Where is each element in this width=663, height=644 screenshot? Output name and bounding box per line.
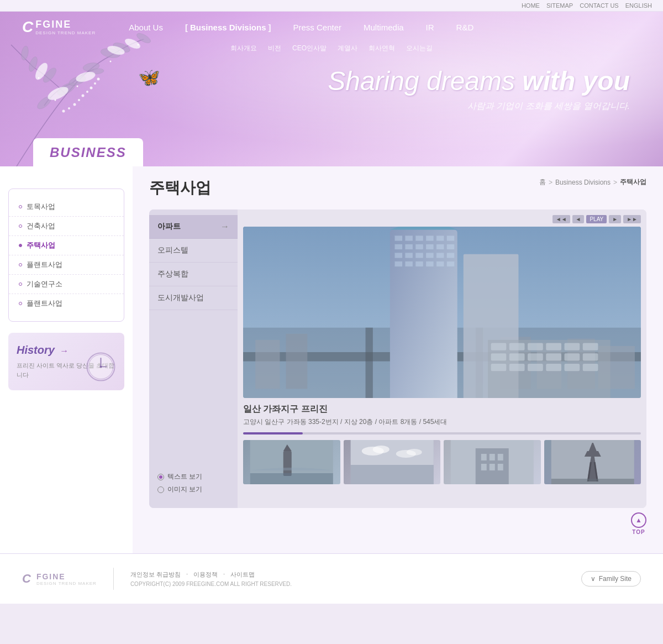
breadcrumb-mid[interactable]: Business Divisions — [555, 179, 611, 186]
business-tab: Business — [33, 138, 143, 166]
playback-next-btn[interactable]: ► — [609, 215, 621, 223]
thumbnail-2[interactable] — [344, 440, 441, 484]
svg-rect-109 — [490, 464, 495, 470]
breadcrumb-home[interactable]: 홈 — [539, 177, 546, 187]
sidebar-item-플랜트사업2[interactable]: 플랜트사업 — [9, 294, 124, 313]
footer-link-2[interactable]: 사이트맵 — [230, 570, 255, 579]
svg-rect-49 — [406, 236, 413, 241]
nav-multimedia[interactable]: Multimedia — [364, 23, 404, 32]
family-site-button[interactable]: ∨ Family Site — [581, 571, 641, 587]
sidebar-item-주택사업[interactable]: 주택사업 — [9, 236, 124, 255]
nav-business[interactable]: Business Divisions — [185, 23, 271, 32]
butterfly-icon: 🦋 — [138, 67, 160, 88]
svg-point-0 — [55, 80, 77, 98]
footer-logo-c: C — [22, 572, 31, 586]
svg-rect-63 — [426, 253, 433, 258]
svg-rect-57 — [426, 244, 433, 249]
sub-menu-item-도시개발사업[interactable]: 도시개발사업 — [149, 286, 238, 310]
svg-rect-55 — [406, 244, 413, 249]
svg-rect-60 — [395, 253, 402, 258]
svg-rect-79 — [583, 343, 598, 350]
breadcrumb: 홈 > Business Divisions > 주택사업 — [539, 177, 646, 187]
svg-rect-90 — [565, 364, 580, 371]
nav-about[interactable]: About Us — [129, 23, 163, 32]
clock-icon — [86, 352, 116, 382]
breadcrumb-current: 주택사업 — [620, 177, 646, 187]
footer-logo-sub: DESIGN TREND MAKER — [36, 581, 97, 586]
footer-divider — [113, 568, 114, 590]
svg-rect-117 — [551, 479, 634, 484]
bullet-icon — [19, 302, 22, 305]
sidebar-item-플랜트사업[interactable]: 플랜트사업 — [9, 255, 124, 275]
nav-press[interactable]: Press Center — [293, 23, 341, 32]
sidebar-item-label-2: 주택사업 — [27, 240, 55, 250]
playback-forward-btn[interactable]: ►► — [623, 215, 641, 223]
progress-fill — [243, 432, 303, 434]
radio-image-view[interactable]: 이미지 보기 — [157, 485, 229, 494]
radio-options: 텍스트 보기 이미지 보기 — [149, 464, 238, 502]
svg-rect-108 — [481, 464, 487, 470]
thumbnails — [243, 440, 641, 484]
topbar-sitemap[interactable]: SITEMAP — [546, 2, 573, 9]
content-area: 주택사업 홈 > Business Divisions > 주택사업 아파트 → — [133, 166, 663, 553]
sub-menu-label-0: 아파트 — [157, 222, 181, 232]
nav-ir[interactable]: IR — [426, 23, 434, 32]
sub-nav-3[interactable]: CEO인사말 — [292, 44, 327, 53]
svg-rect-80 — [491, 353, 507, 360]
thumbnail-1[interactable] — [243, 440, 340, 484]
breadcrumb-sep2: > — [613, 179, 617, 186]
topbar-home[interactable]: HOME — [522, 2, 540, 9]
playback-prev-btn[interactable]: ◄ — [572, 215, 585, 223]
footer-links: 개인정보 취급방침 · 이용정책 · 사이트맵 COPYRIGHT(C) 200… — [130, 570, 292, 587]
svg-rect-76 — [528, 343, 543, 350]
svg-rect-58 — [436, 244, 444, 249]
svg-rect-71 — [447, 261, 454, 266]
topbar-english[interactable]: ENGLISH — [625, 2, 652, 9]
svg-rect-38 — [366, 328, 373, 398]
footer: C FGINE DESIGN TREND MAKER 개인정보 취급방침 · 이… — [0, 553, 663, 604]
svg-rect-87 — [509, 364, 525, 371]
svg-rect-74 — [491, 343, 507, 350]
svg-rect-61 — [406, 253, 413, 258]
header: 🦋 C FGINE DESIGN TREND MAKER About Us Bu… — [0, 12, 663, 166]
history-box[interactable]: History → 프리진 사이트 역사로 당신을 초대합니다 — [8, 333, 124, 390]
sub-menu-items: 아파트 → 오피스텔 주상복합 도시개발사업 — [149, 215, 238, 464]
svg-point-28 — [138, 44, 139, 46]
svg-rect-77 — [546, 343, 561, 350]
footer-link-1[interactable]: 이용정책 — [193, 570, 218, 579]
svg-point-6 — [82, 62, 100, 72]
nav-bar: C FGINE DESIGN TREND MAKER About Us Busi… — [0, 12, 663, 43]
sub-menu-item-오피스텔[interactable]: 오피스텔 — [149, 239, 238, 263]
sub-nav-2[interactable]: 비전 — [268, 44, 281, 53]
svg-rect-88 — [528, 364, 543, 371]
sidebar-item-기술연구소[interactable]: 기술연구소 — [9, 275, 124, 294]
top-button[interactable]: ▲ TOP — [631, 512, 646, 535]
svg-rect-59 — [447, 244, 454, 249]
sub-nav-4[interactable]: 계열사 — [338, 44, 357, 53]
playback-play-btn[interactable]: PLAY — [586, 215, 607, 223]
sub-menu-label-3: 도시개발사업 — [157, 293, 204, 303]
radio-text-view[interactable]: 텍스트 보기 — [157, 472, 229, 481]
sidebar-item-토목사업[interactable]: 토목사업 — [9, 197, 124, 217]
nav-rd[interactable]: R&D — [456, 23, 474, 32]
sub-menu-item-아파트[interactable]: 아파트 → — [149, 215, 238, 239]
svg-point-2 — [28, 56, 39, 72]
svg-point-27 — [77, 86, 78, 87]
footer-link-0[interactable]: 개인정보 취급방침 — [130, 570, 181, 579]
topbar-contact[interactable]: CONTACT US — [580, 2, 619, 9]
logo[interactable]: C FGINE DESIGN TREND MAKER — [22, 18, 96, 36]
svg-point-21 — [86, 91, 88, 93]
sidebar: 토목사업 건축사업 주택사업 플랜트사업 기술연구소 플랜트사업 — [0, 166, 133, 553]
thumbnail-3[interactable] — [444, 440, 541, 484]
svg-rect-69 — [426, 261, 433, 266]
sub-nav-6[interactable]: 오시는길 — [406, 44, 433, 53]
hero-subtitle: 사람과 기업이 조화를 세쌍을 열어갑니다. — [328, 101, 630, 112]
sub-menu-item-주상복합[interactable]: 주상복합 — [149, 263, 238, 286]
thumbnail-4[interactable] — [544, 440, 641, 484]
playback-rewind-btn[interactable]: ◄◄ — [552, 215, 570, 223]
sidebar-item-건축사업[interactable]: 건축사업 — [9, 217, 124, 236]
sub-nav-5[interactable]: 회사연혁 — [369, 44, 395, 53]
sub-nav-1[interactable]: 회사개요 — [230, 44, 257, 53]
svg-rect-106 — [490, 454, 495, 460]
svg-rect-98 — [350, 465, 433, 484]
